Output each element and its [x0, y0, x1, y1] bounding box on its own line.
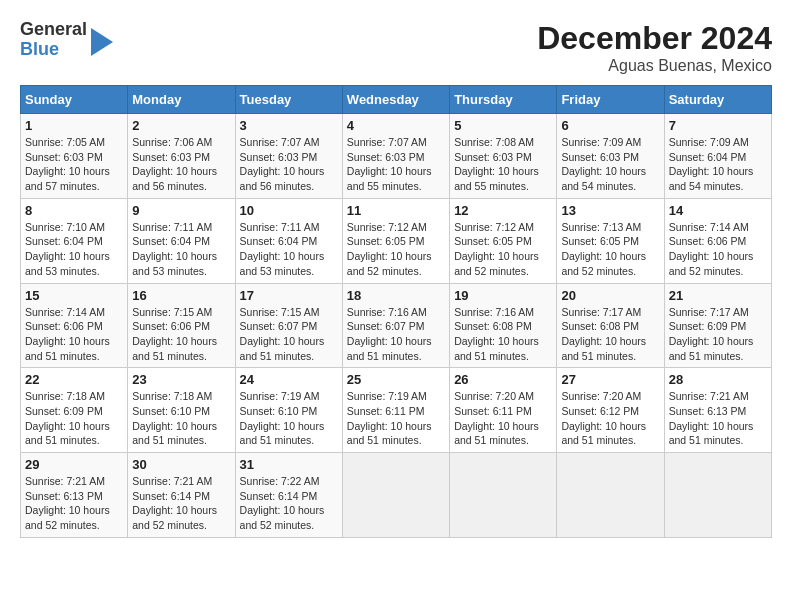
day-number: 19 — [454, 288, 552, 303]
daylight-label: Daylight: 10 hours and 51 minutes. — [240, 335, 325, 362]
sunrise-label: Sunrise: 7:14 AM — [669, 221, 749, 233]
sunset-label: Sunset: 6:08 PM — [454, 320, 532, 332]
calendar-cell — [557, 453, 664, 538]
day-number: 11 — [347, 203, 445, 218]
calendar-cell: 21 Sunrise: 7:17 AM Sunset: 6:09 PM Dayl… — [664, 283, 771, 368]
sunrise-label: Sunrise: 7:19 AM — [240, 390, 320, 402]
sunset-label: Sunset: 6:09 PM — [669, 320, 747, 332]
day-info: Sunrise: 7:13 AM Sunset: 6:05 PM Dayligh… — [561, 220, 659, 279]
sunrise-label: Sunrise: 7:16 AM — [347, 306, 427, 318]
sunset-label: Sunset: 6:13 PM — [669, 405, 747, 417]
day-info: Sunrise: 7:21 AM Sunset: 6:13 PM Dayligh… — [25, 474, 123, 533]
sunset-label: Sunset: 6:07 PM — [347, 320, 425, 332]
calendar-cell — [450, 453, 557, 538]
calendar-table: SundayMondayTuesdayWednesdayThursdayFrid… — [20, 85, 772, 538]
sunrise-label: Sunrise: 7:21 AM — [669, 390, 749, 402]
sunset-label: Sunset: 6:14 PM — [240, 490, 318, 502]
calendar-cell — [342, 453, 449, 538]
day-number: 13 — [561, 203, 659, 218]
sunrise-label: Sunrise: 7:17 AM — [561, 306, 641, 318]
sunrise-label: Sunrise: 7:09 AM — [561, 136, 641, 148]
calendar-cell: 5 Sunrise: 7:08 AM Sunset: 6:03 PM Dayli… — [450, 114, 557, 199]
calendar-cell: 16 Sunrise: 7:15 AM Sunset: 6:06 PM Dayl… — [128, 283, 235, 368]
day-info: Sunrise: 7:08 AM Sunset: 6:03 PM Dayligh… — [454, 135, 552, 194]
day-info: Sunrise: 7:18 AM Sunset: 6:09 PM Dayligh… — [25, 389, 123, 448]
calendar-header: SundayMondayTuesdayWednesdayThursdayFrid… — [21, 86, 772, 114]
logo: General Blue — [20, 20, 113, 60]
day-info: Sunrise: 7:16 AM Sunset: 6:07 PM Dayligh… — [347, 305, 445, 364]
day-number: 10 — [240, 203, 338, 218]
day-number: 22 — [25, 372, 123, 387]
sunset-label: Sunset: 6:12 PM — [561, 405, 639, 417]
sunrise-label: Sunrise: 7:06 AM — [132, 136, 212, 148]
day-number: 1 — [25, 118, 123, 133]
day-info: Sunrise: 7:21 AM Sunset: 6:13 PM Dayligh… — [669, 389, 767, 448]
day-info: Sunrise: 7:17 AM Sunset: 6:09 PM Dayligh… — [669, 305, 767, 364]
calendar-cell: 19 Sunrise: 7:16 AM Sunset: 6:08 PM Dayl… — [450, 283, 557, 368]
calendar-cell: 17 Sunrise: 7:15 AM Sunset: 6:07 PM Dayl… — [235, 283, 342, 368]
sunset-label: Sunset: 6:05 PM — [561, 235, 639, 247]
daylight-label: Daylight: 10 hours and 52 minutes. — [132, 504, 217, 531]
calendar-cell: 4 Sunrise: 7:07 AM Sunset: 6:03 PM Dayli… — [342, 114, 449, 199]
day-info: Sunrise: 7:16 AM Sunset: 6:08 PM Dayligh… — [454, 305, 552, 364]
day-info: Sunrise: 7:07 AM Sunset: 6:03 PM Dayligh… — [347, 135, 445, 194]
sunset-label: Sunset: 6:05 PM — [347, 235, 425, 247]
calendar-cell: 8 Sunrise: 7:10 AM Sunset: 6:04 PM Dayli… — [21, 198, 128, 283]
sunset-label: Sunset: 6:06 PM — [669, 235, 747, 247]
day-info: Sunrise: 7:14 AM Sunset: 6:06 PM Dayligh… — [25, 305, 123, 364]
day-info: Sunrise: 7:18 AM Sunset: 6:10 PM Dayligh… — [132, 389, 230, 448]
calendar-cell: 18 Sunrise: 7:16 AM Sunset: 6:07 PM Dayl… — [342, 283, 449, 368]
day-number: 23 — [132, 372, 230, 387]
day-number: 31 — [240, 457, 338, 472]
day-info: Sunrise: 7:21 AM Sunset: 6:14 PM Dayligh… — [132, 474, 230, 533]
header-cell-monday: Monday — [128, 86, 235, 114]
sunrise-label: Sunrise: 7:20 AM — [454, 390, 534, 402]
daylight-label: Daylight: 10 hours and 51 minutes. — [347, 420, 432, 447]
daylight-label: Daylight: 10 hours and 51 minutes. — [25, 335, 110, 362]
daylight-label: Daylight: 10 hours and 51 minutes. — [25, 420, 110, 447]
day-number: 17 — [240, 288, 338, 303]
daylight-label: Daylight: 10 hours and 51 minutes. — [454, 420, 539, 447]
calendar-cell: 31 Sunrise: 7:22 AM Sunset: 6:14 PM Dayl… — [235, 453, 342, 538]
calendar-week-4: 22 Sunrise: 7:18 AM Sunset: 6:09 PM Dayl… — [21, 368, 772, 453]
calendar-cell: 23 Sunrise: 7:18 AM Sunset: 6:10 PM Dayl… — [128, 368, 235, 453]
sunrise-label: Sunrise: 7:12 AM — [347, 221, 427, 233]
day-number: 12 — [454, 203, 552, 218]
sunset-label: Sunset: 6:09 PM — [25, 405, 103, 417]
day-info: Sunrise: 7:20 AM Sunset: 6:12 PM Dayligh… — [561, 389, 659, 448]
sunrise-label: Sunrise: 7:11 AM — [132, 221, 212, 233]
daylight-label: Daylight: 10 hours and 52 minutes. — [454, 250, 539, 277]
sunrise-label: Sunrise: 7:21 AM — [132, 475, 212, 487]
day-number: 6 — [561, 118, 659, 133]
daylight-label: Daylight: 10 hours and 51 minutes. — [454, 335, 539, 362]
day-number: 26 — [454, 372, 552, 387]
daylight-label: Daylight: 10 hours and 51 minutes. — [669, 335, 754, 362]
calendar-cell: 9 Sunrise: 7:11 AM Sunset: 6:04 PM Dayli… — [128, 198, 235, 283]
day-number: 16 — [132, 288, 230, 303]
sunset-label: Sunset: 6:04 PM — [132, 235, 210, 247]
sunrise-label: Sunrise: 7:20 AM — [561, 390, 641, 402]
sunrise-label: Sunrise: 7:07 AM — [240, 136, 320, 148]
logo-general: General — [20, 20, 87, 40]
daylight-label: Daylight: 10 hours and 53 minutes. — [240, 250, 325, 277]
day-number: 21 — [669, 288, 767, 303]
calendar-cell: 10 Sunrise: 7:11 AM Sunset: 6:04 PM Dayl… — [235, 198, 342, 283]
calendar-cell: 26 Sunrise: 7:20 AM Sunset: 6:11 PM Dayl… — [450, 368, 557, 453]
calendar-week-3: 15 Sunrise: 7:14 AM Sunset: 6:06 PM Dayl… — [21, 283, 772, 368]
logo-blue: Blue — [20, 40, 87, 60]
day-number: 5 — [454, 118, 552, 133]
calendar-cell: 22 Sunrise: 7:18 AM Sunset: 6:09 PM Dayl… — [21, 368, 128, 453]
calendar-cell: 24 Sunrise: 7:19 AM Sunset: 6:10 PM Dayl… — [235, 368, 342, 453]
calendar-cell: 6 Sunrise: 7:09 AM Sunset: 6:03 PM Dayli… — [557, 114, 664, 199]
daylight-label: Daylight: 10 hours and 56 minutes. — [240, 165, 325, 192]
sunset-label: Sunset: 6:13 PM — [25, 490, 103, 502]
sunrise-label: Sunrise: 7:16 AM — [454, 306, 534, 318]
header-cell-friday: Friday — [557, 86, 664, 114]
calendar-cell: 2 Sunrise: 7:06 AM Sunset: 6:03 PM Dayli… — [128, 114, 235, 199]
day-info: Sunrise: 7:12 AM Sunset: 6:05 PM Dayligh… — [347, 220, 445, 279]
daylight-label: Daylight: 10 hours and 52 minutes. — [561, 250, 646, 277]
daylight-label: Daylight: 10 hours and 51 minutes. — [347, 335, 432, 362]
sunrise-label: Sunrise: 7:08 AM — [454, 136, 534, 148]
daylight-label: Daylight: 10 hours and 55 minutes. — [454, 165, 539, 192]
sunset-label: Sunset: 6:03 PM — [347, 151, 425, 163]
